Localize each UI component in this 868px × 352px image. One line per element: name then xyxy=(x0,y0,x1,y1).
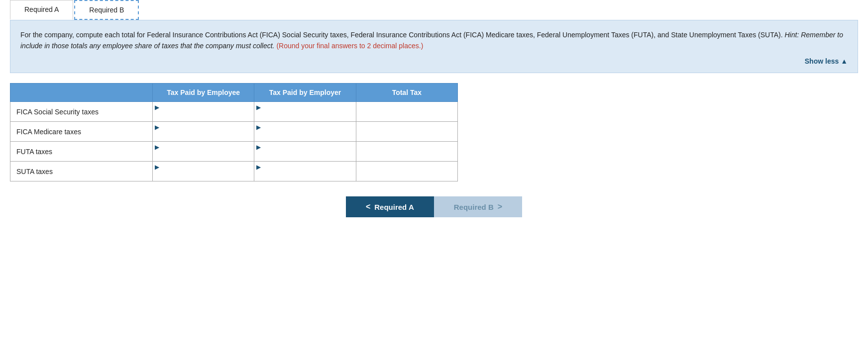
row-0-employer-input[interactable] xyxy=(262,103,353,120)
next-arrow: > xyxy=(498,202,502,211)
row-0-employee-input[interactable] xyxy=(160,103,252,120)
row-2-employee-cell: ▶ xyxy=(153,142,254,162)
tax-table: Tax Paid by Employee Tax Paid by Employe… xyxy=(10,83,458,181)
table-header-employee: Tax Paid by Employee xyxy=(153,84,254,102)
hint-label: Hint xyxy=(784,31,797,39)
row-2-total-cell xyxy=(356,142,457,162)
row-3-employee-arrow-icon: ▶ xyxy=(155,164,159,171)
table-header-total: Total Tax xyxy=(356,84,457,102)
row-2-employer-arrow-icon: ▶ xyxy=(256,144,261,151)
row-1-employee-cell: ▶ xyxy=(153,122,254,142)
row-0-employer-arrow-icon: ▶ xyxy=(256,104,261,111)
row-3-employee-cell: ▶ xyxy=(153,162,254,181)
row-3-employer-arrow-icon: ▶ xyxy=(256,164,261,171)
prev-label: Required A xyxy=(374,203,414,211)
info-text-red: (Round your final answers to 2 decimal p… xyxy=(276,42,423,50)
table-row: SUTA taxes▶▶ xyxy=(10,162,458,181)
prev-button[interactable]: < Required A xyxy=(346,196,434,217)
row-3-employer-cell: ▶ xyxy=(254,162,356,181)
next-button[interactable]: Required B > xyxy=(434,196,522,217)
info-text-normal: For the company, compute each total for … xyxy=(20,31,783,39)
row-0-employee-cell: ▶ xyxy=(153,102,254,122)
row-1-employee-arrow-icon: ▶ xyxy=(155,124,159,131)
row-0-employee-arrow-icon: ▶ xyxy=(155,104,159,111)
row-1-label: FICA Medicare taxes xyxy=(10,122,153,142)
info-box: For the company, compute each total for … xyxy=(10,20,858,73)
row-2-employer-cell: ▶ xyxy=(254,142,356,162)
row-2-label: FUTA taxes xyxy=(10,142,153,162)
tabs-container: Required A Required B xyxy=(10,0,858,20)
tab-b-label: Required B xyxy=(89,6,124,14)
table-row: FICA Medicare taxes▶▶ xyxy=(10,122,458,142)
row-1-employer-arrow-icon: ▶ xyxy=(256,124,261,131)
table-header-employer: Tax Paid by Employer xyxy=(254,84,356,102)
row-3-employee-input[interactable] xyxy=(160,163,252,180)
row-0-label: FICA Social Security taxes xyxy=(10,102,153,122)
row-2-employee-arrow-icon: ▶ xyxy=(155,144,159,151)
tab-required-a[interactable]: Required A xyxy=(10,0,73,20)
table-row: FUTA taxes▶▶ xyxy=(10,142,458,162)
row-0-total-cell xyxy=(356,102,457,122)
table-header-col0 xyxy=(10,84,153,102)
row-0-employer-cell: ▶ xyxy=(254,102,356,122)
row-2-employee-input[interactable] xyxy=(160,143,252,160)
row-1-employee-input[interactable] xyxy=(160,123,252,140)
row-1-employer-input[interactable] xyxy=(262,123,353,140)
row-1-employer-cell: ▶ xyxy=(254,122,356,142)
prev-arrow: < xyxy=(366,202,370,211)
row-2-employer-input[interactable] xyxy=(262,143,353,160)
tab-required-b[interactable]: Required B xyxy=(74,0,139,20)
nav-buttons: < Required A Required B > xyxy=(10,196,858,217)
row-3-label: SUTA taxes xyxy=(10,162,153,181)
row-3-total-cell xyxy=(356,162,457,181)
tab-a-label: Required A xyxy=(24,5,59,13)
table-row: FICA Social Security taxes▶▶ xyxy=(10,102,458,122)
show-less-container: Show less ▲ xyxy=(20,56,848,67)
row-1-total-cell xyxy=(356,122,457,142)
next-label: Required B xyxy=(454,203,494,211)
row-3-employer-input[interactable] xyxy=(262,163,353,180)
show-less-link[interactable]: Show less ▲ xyxy=(805,57,848,65)
